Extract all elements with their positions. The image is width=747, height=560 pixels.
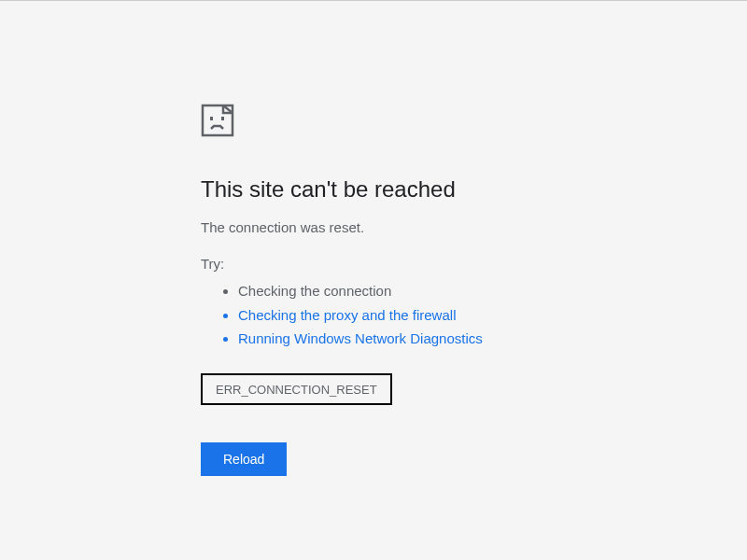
error-code: ERR_CONNECTION_RESET xyxy=(216,383,377,397)
suggestion-proxy-firewall-link[interactable]: Checking the proxy and the firewall xyxy=(238,303,621,328)
suggestion-network-diagnostics-link[interactable]: Running Windows Network Diagnostics xyxy=(238,327,621,351)
suggestions-list: Checking the connection Checking the pro… xyxy=(201,279,621,351)
svg-rect-1 xyxy=(210,117,213,120)
sad-page-icon xyxy=(201,104,621,141)
error-code-highlight-box: ERR_CONNECTION_RESET xyxy=(201,373,392,405)
reload-button[interactable]: Reload xyxy=(201,442,287,476)
try-label: Try: xyxy=(201,256,621,272)
svg-rect-2 xyxy=(221,117,224,120)
error-message: The connection was reset. xyxy=(201,219,621,235)
suggestion-item: Checking the connection xyxy=(238,279,621,303)
error-page-content: This site can't be reached The connectio… xyxy=(201,104,621,476)
error-title: This site can't be reached xyxy=(201,176,621,203)
